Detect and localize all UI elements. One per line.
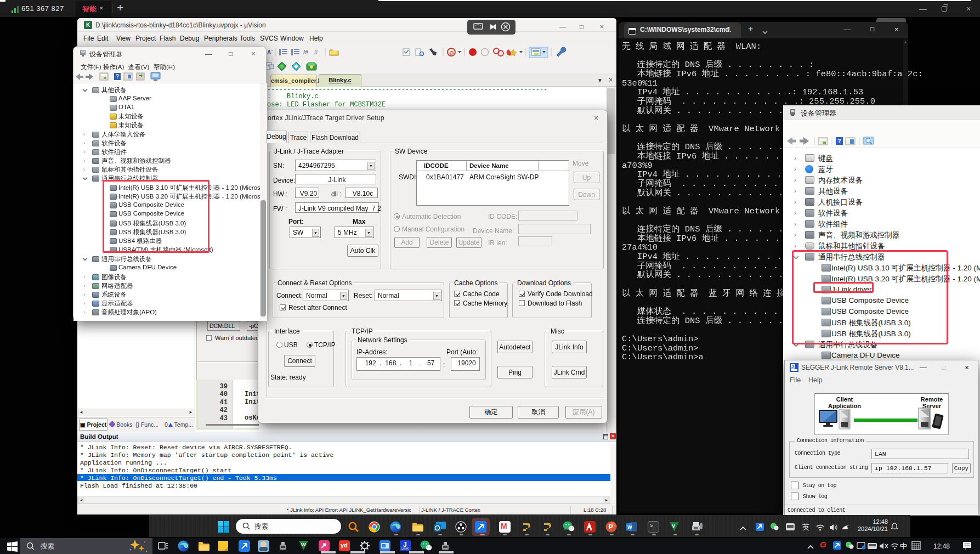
svg-text://: // (314, 49, 318, 55)
svg-text:W: W (301, 542, 306, 547)
svg-text:J: J (791, 364, 794, 369)
svg-text:W: W (627, 524, 632, 530)
svg-text:P: P (609, 523, 613, 531)
svg-text:?: ? (837, 138, 841, 144)
svg-text:/#: /# (303, 49, 308, 55)
svg-text:@: @ (449, 50, 454, 55)
svg-text:A`: A` (267, 49, 273, 55)
svg-text:V: V (672, 523, 675, 529)
svg-text:?: ? (116, 74, 119, 80)
